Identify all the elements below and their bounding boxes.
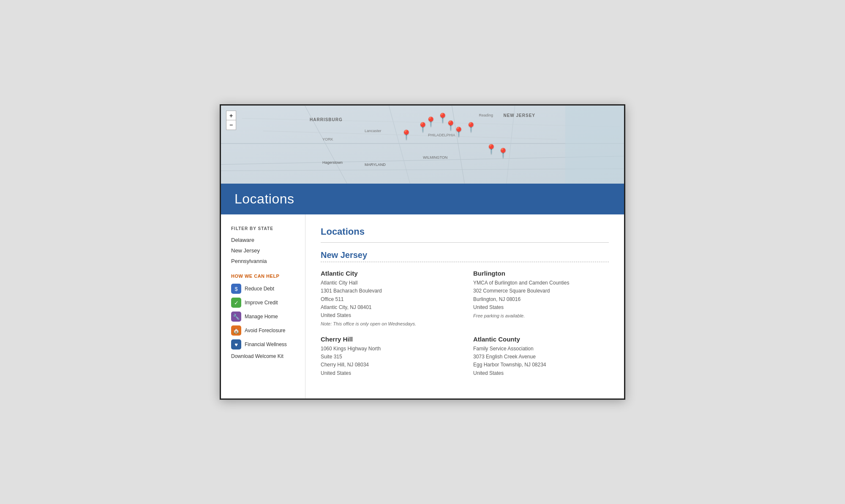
locations-content-title: Locations [321, 226, 609, 237]
map-pin-7[interactable]: 📍 [465, 123, 477, 132]
map-label-maryland: MARYLAND [365, 163, 386, 167]
map-label-harrisburg: HARRISBURG [310, 117, 343, 122]
help-item-avoid-foreclosure[interactable]: 🏠 Avoid Foreclosure [231, 325, 295, 336]
svg-line-3 [389, 106, 410, 184]
reduce-debt-icon: $ [231, 284, 241, 294]
map-label-wilmington: WILMINGTON [423, 155, 447, 160]
avoid-foreclosure-icon: 🏠 [231, 325, 241, 336]
improve-credit-label: Improve Credit [245, 300, 278, 306]
main-content: FILTER BY STATE Delaware New Jersey Penn… [221, 214, 624, 398]
detail-burlington: YMCA of Burlington and Camden Counties 3… [473, 279, 609, 312]
financial-wellness-icon: ♥ [231, 339, 241, 350]
locations-divider [321, 242, 609, 243]
city-burlington: Burlington [473, 270, 609, 277]
note-burlington: Free parking is available. [473, 313, 609, 318]
zoom-out-button[interactable]: − [226, 120, 236, 130]
map-label-philadelphia: PHILADELPHIA [428, 133, 455, 137]
svg-rect-9 [565, 106, 624, 184]
detail-atlantic-city: Atlantic City Hall 1301 Bacharach Boulev… [321, 279, 456, 320]
city-atlantic-county: Atlantic County [473, 336, 609, 343]
location-burlington: Burlington YMCA of Burlington and Camden… [473, 270, 609, 326]
manage-home-icon: 🔧 [231, 312, 241, 322]
map-label-lancaster: Lancaster [365, 129, 382, 133]
svg-line-1 [221, 156, 624, 165]
locations-content: Locations New Jersey Atlantic City Atlan… [305, 214, 624, 398]
reduce-debt-label: Reduce Debt [245, 286, 274, 292]
avoid-foreclosure-label: Avoid Foreclosure [245, 328, 286, 333]
location-atlantic-city: Atlantic City Atlantic City Hall 1301 Ba… [321, 270, 456, 326]
filter-by-state-label: FILTER BY STATE [231, 226, 295, 231]
banner-title: Locations [234, 191, 294, 207]
map-label-york: YORK [322, 137, 333, 141]
note-atlantic-city: Note: This office is only open on Wednes… [321, 321, 456, 326]
help-item-reduce-debt[interactable]: $ Reduce Debt [231, 284, 295, 294]
zoom-in-button[interactable]: + [226, 111, 236, 120]
map-zoom-controls: + − [226, 111, 236, 130]
map-pin-6[interactable]: 📍 [453, 127, 464, 137]
state-link-delaware[interactable]: Delaware [231, 237, 295, 243]
map-label-reading: Reading [479, 113, 493, 117]
help-item-improve-credit[interactable]: ✓ Improve Credit [231, 298, 295, 308]
how-we-can-help-label: HOW WE CAN HELP [231, 274, 295, 279]
state-link-new-jersey[interactable]: New Jersey [231, 247, 295, 254]
sidebar: FILTER BY STATE Delaware New Jersey Penn… [221, 214, 305, 398]
map-section: HARRISBURG NEW JERSEY Lancaster YORK PHI… [221, 106, 624, 184]
improve-credit-icon: ✓ [231, 298, 241, 308]
map-label-hagerstown: Hagerstown [322, 160, 343, 165]
city-cherry-hill: Cherry Hill [321, 336, 456, 343]
locations-grid: Atlantic City Atlantic City Hall 1301 Ba… [321, 270, 609, 387]
state-heading: New Jersey [321, 250, 609, 260]
detail-atlantic-county: Family Service Association 3073 English … [473, 345, 609, 377]
manage-home-label: Manage Home [245, 314, 278, 320]
state-section-divider [321, 262, 609, 262]
map-pin-3[interactable]: 📍 [425, 117, 436, 127]
svg-line-4 [452, 106, 465, 184]
map-label-nj: NEW JERSEY [503, 113, 535, 118]
location-atlantic-county: Atlantic County Family Service Associati… [473, 336, 609, 377]
state-link-pennsylvania[interactable]: Pennsylvannia [231, 258, 295, 264]
browser-frame: HARRISBURG NEW JERSEY Lancaster YORK PHI… [220, 104, 625, 400]
financial-wellness-label: Financial Wellness [245, 341, 287, 347]
detail-cherry-hill: 1060 Kings Highway North Suite 315 Cherr… [321, 345, 456, 377]
locations-banner: Locations [221, 184, 624, 214]
city-atlantic-city: Atlantic City [321, 270, 456, 277]
map-pin-9[interactable]: 📍 [497, 149, 509, 158]
help-item-manage-home[interactable]: 🔧 Manage Home [231, 312, 295, 322]
location-cherry-hill: Cherry Hill 1060 Kings Highway North Sui… [321, 336, 456, 377]
map-roads [221, 106, 624, 184]
help-item-financial-wellness[interactable]: ♥ Financial Wellness [231, 339, 295, 350]
map-pin-1[interactable]: 📍 [401, 130, 412, 140]
svg-line-8 [221, 169, 624, 171]
download-welcome-kit-link[interactable]: Download Welcome Kit [231, 353, 295, 359]
map-pin-8[interactable]: 📍 [485, 145, 497, 154]
